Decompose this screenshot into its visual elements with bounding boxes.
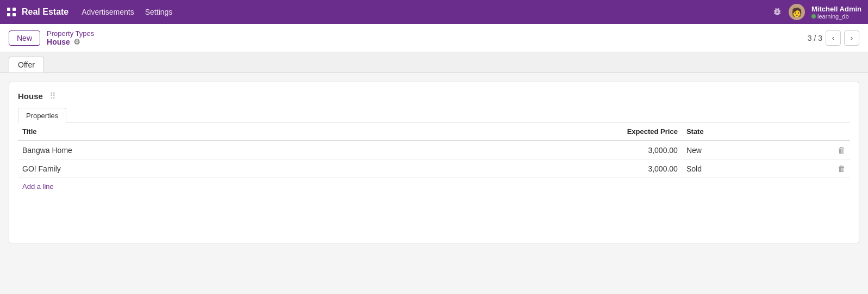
pagination: 3 / 3 ‹ › <box>808 30 859 46</box>
add-line[interactable]: Add a line <box>18 178 58 195</box>
pagination-info: 3 / 3 <box>808 34 822 42</box>
new-button[interactable]: New <box>9 30 40 46</box>
tab-bar: Offer <box>0 52 868 73</box>
cell-state: Sold <box>682 160 828 178</box>
table-row[interactable]: GO! Family3,000.00Sold🗑 <box>18 160 850 178</box>
delete-row-button[interactable]: 🗑 <box>838 164 846 173</box>
db-name: learning_db <box>817 13 849 20</box>
svg-rect-2 <box>7 13 10 16</box>
delete-row-button[interactable]: 🗑 <box>838 145 846 155</box>
cell-title: Bangwa Home <box>18 140 348 160</box>
tab-offer[interactable]: Offer <box>9 57 44 72</box>
pagination-prev-button[interactable]: ‹ <box>826 30 841 46</box>
col-header-state: State <box>682 123 828 140</box>
col-header-title: Title <box>18 123 348 140</box>
tab-properties[interactable]: Properties <box>18 108 66 123</box>
top-nav-right: 🧑 Mitchell Admin learning_db <box>772 4 861 20</box>
inner-tab-bar: Properties <box>18 108 850 123</box>
breadcrumb-parent[interactable]: Property Types <box>47 29 94 38</box>
bug-icon[interactable] <box>772 7 782 18</box>
properties-table: Title Expected Price State Bangwa Home3,… <box>18 123 850 178</box>
drag-icon[interactable]: ⠿ <box>49 91 56 101</box>
svg-rect-1 <box>13 8 16 11</box>
app-title: Real Estate <box>22 7 68 17</box>
grid-icon[interactable] <box>7 7 16 17</box>
gear-icon[interactable]: ⚙ <box>73 38 80 46</box>
cell-state: New <box>682 140 828 160</box>
user-db: learning_db <box>811 13 849 20</box>
breadcrumb: Property Types House ⚙ <box>47 29 94 46</box>
avatar[interactable]: 🧑 <box>789 4 805 20</box>
nav-link-advertisements[interactable]: Advertisements <box>82 8 134 16</box>
col-header-expected-price: Expected Price <box>348 123 682 140</box>
user-name: Mitchell Admin <box>811 5 861 13</box>
nav-link-settings[interactable]: Settings <box>145 8 173 16</box>
db-dot <box>811 14 816 19</box>
pagination-next-button[interactable]: › <box>844 30 859 46</box>
user-info: Mitchell Admin learning_db <box>811 5 861 20</box>
svg-rect-3 <box>13 13 16 16</box>
cell-expected-price: 3,000.00 <box>348 160 682 178</box>
empty-rows <box>18 195 850 234</box>
card-title: House <box>18 91 43 101</box>
svg-rect-0 <box>7 8 10 11</box>
breadcrumb-current: House <box>47 38 70 46</box>
card-header: House ⠿ <box>18 91 850 101</box>
cell-title: GO! Family <box>18 160 348 178</box>
table-row[interactable]: Bangwa Home3,000.00New🗑 <box>18 140 850 160</box>
cell-expected-price: 3,000.00 <box>348 140 682 160</box>
action-bar: New Property Types House ⚙ 3 / 3 ‹ › <box>0 24 868 52</box>
main-content: House ⠿ Properties Title Expected Price … <box>0 73 868 252</box>
card: House ⠿ Properties Title Expected Price … <box>9 82 859 243</box>
top-nav: Real Estate Advertisements Settings 🧑 Mi… <box>0 0 868 24</box>
nav-links: Advertisements Settings <box>82 8 172 16</box>
